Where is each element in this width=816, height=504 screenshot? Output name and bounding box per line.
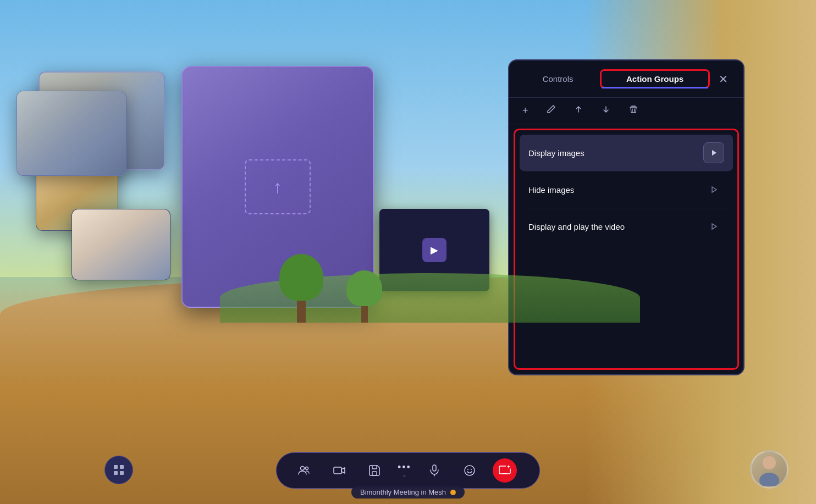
- action-group-item-display-images[interactable]: Display images: [520, 135, 733, 171]
- action-group-label-display-images: Display images: [528, 148, 703, 158]
- play-button-hide-images[interactable]: [703, 179, 724, 200]
- active-panel-button[interactable]: [493, 458, 517, 483]
- photo-office: [17, 91, 126, 175]
- people-button[interactable]: [292, 458, 316, 483]
- svg-rect-0: [114, 465, 118, 469]
- upload-arrow-icon: ↑: [273, 177, 282, 197]
- main-content-panel: ↑: [181, 66, 374, 308]
- meeting-name: Bimonthly Meeting in Mesh: [360, 488, 446, 496]
- action-group-label-display-play-video: Display and play the video: [528, 222, 703, 231]
- move-down-icon[interactable]: [601, 104, 611, 117]
- tab-action-groups[interactable]: Action Groups: [600, 69, 710, 88]
- meeting-label: Bimonthly Meeting in Mesh: [351, 486, 465, 499]
- close-button[interactable]: ✕: [714, 70, 732, 88]
- svg-rect-8: [433, 465, 436, 471]
- side-panel-toolbar: +: [509, 98, 743, 124]
- grid-icon: [113, 464, 125, 476]
- play-button-display-images[interactable]: [703, 142, 724, 163]
- svg-point-10: [465, 466, 475, 475]
- more-dots-icon: •••: [398, 462, 411, 473]
- delete-icon[interactable]: [628, 104, 638, 117]
- photo-woman: [72, 209, 170, 280]
- svg-rect-6: [334, 467, 341, 474]
- svg-rect-1: [120, 465, 124, 469]
- emoji-button[interactable]: [457, 458, 482, 483]
- svg-point-4: [301, 467, 305, 470]
- move-up-icon[interactable]: [574, 104, 583, 117]
- upload-area: ↑: [245, 159, 311, 214]
- video-play-icon[interactable]: ▶: [422, 238, 446, 262]
- tree-1: [286, 254, 316, 323]
- svg-rect-3: [120, 471, 124, 475]
- save-button[interactable]: [362, 458, 387, 483]
- svg-point-16: [759, 473, 779, 486]
- tree-2: [352, 270, 377, 323]
- tab-controls[interactable]: Controls: [520, 71, 596, 87]
- bottom-toolbar: ••• ^: [276, 452, 540, 489]
- action-group-item-hide-images[interactable]: Hide images: [520, 171, 733, 208]
- action-groups-list: Display images Hide images Display and p…: [514, 129, 739, 370]
- side-panel-header: Controls Action Groups ✕: [509, 60, 743, 98]
- action-group-item-display-play-video[interactable]: Display and play the video: [520, 208, 733, 245]
- mic-button[interactable]: [422, 458, 446, 483]
- more-chevron-icon: ^: [403, 474, 405, 480]
- action-group-label-hide-images: Hide images: [528, 185, 703, 195]
- camera-button[interactable]: [327, 458, 351, 483]
- add-icon[interactable]: +: [522, 105, 528, 117]
- grid-button-left[interactable]: [104, 456, 133, 484]
- svg-point-5: [306, 467, 308, 470]
- svg-point-11: [467, 469, 468, 470]
- user-avatar[interactable]: [750, 450, 789, 489]
- photo-panel-4: [71, 209, 170, 280]
- svg-rect-7: [372, 472, 377, 475]
- meeting-status-dot: [450, 490, 456, 495]
- svg-point-15: [763, 456, 776, 469]
- more-button[interactable]: ••• ^: [398, 462, 411, 480]
- side-panel: Controls Action Groups ✕ +: [508, 59, 745, 375]
- edit-icon[interactable]: [546, 104, 556, 117]
- svg-point-12: [471, 469, 472, 470]
- photo-panel-2: [16, 91, 126, 176]
- play-button-display-play-video[interactable]: [703, 216, 724, 237]
- svg-rect-2: [114, 471, 118, 475]
